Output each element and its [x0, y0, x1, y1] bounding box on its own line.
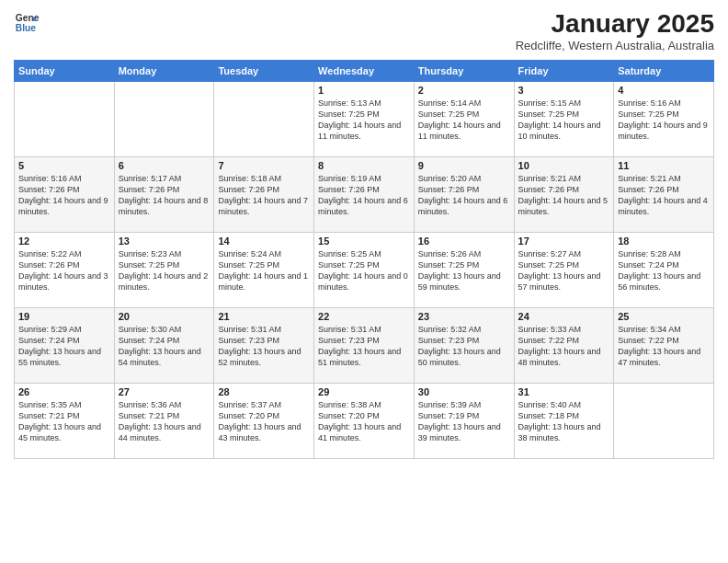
day-info: Sunrise: 5:31 AM Sunset: 7:23 PM Dayligh…	[218, 324, 310, 369]
day-info: Sunrise: 5:23 AM Sunset: 7:25 PM Dayligh…	[119, 248, 210, 293]
calendar-cell: 11Sunrise: 5:21 AM Sunset: 7:26 PM Dayli…	[614, 157, 714, 233]
day-number: 16	[418, 236, 510, 247]
day-info: Sunrise: 5:40 AM Sunset: 7:18 PM Dayligh…	[518, 399, 610, 444]
day-number: 28	[218, 386, 310, 397]
day-info: Sunrise: 5:13 AM Sunset: 7:25 PM Dayligh…	[318, 98, 410, 143]
svg-text:Blue: Blue	[16, 23, 37, 33]
day-number: 12	[18, 236, 110, 247]
weekday-header-row: SundayMondayTuesdayWednesdayThursdayFrid…	[15, 61, 714, 82]
calendar-cell: 6Sunrise: 5:17 AM Sunset: 7:26 PM Daylig…	[114, 157, 214, 233]
day-info: Sunrise: 5:16 AM Sunset: 7:25 PM Dayligh…	[618, 98, 710, 143]
calendar-cell: 18Sunrise: 5:28 AM Sunset: 7:24 PM Dayli…	[614, 233, 714, 308]
weekday-header-saturday: Saturday	[614, 61, 714, 82]
calendar-cell: 31Sunrise: 5:40 AM Sunset: 7:18 PM Dayli…	[514, 384, 614, 459]
calendar-cell: 30Sunrise: 5:39 AM Sunset: 7:19 PM Dayli…	[414, 384, 514, 459]
calendar-cell: 23Sunrise: 5:32 AM Sunset: 7:23 PM Dayli…	[414, 308, 514, 384]
weekday-header-monday: Monday	[114, 61, 214, 82]
day-info: Sunrise: 5:20 AM Sunset: 7:26 PM Dayligh…	[418, 173, 510, 218]
calendar-cell: 14Sunrise: 5:24 AM Sunset: 7:25 PM Dayli…	[214, 233, 314, 308]
day-number: 20	[119, 311, 210, 322]
location-subtitle: Redcliffe, Western Australia, Australia	[516, 39, 714, 52]
day-info: Sunrise: 5:17 AM Sunset: 7:26 PM Dayligh…	[119, 173, 210, 218]
day-number: 11	[618, 160, 710, 171]
day-info: Sunrise: 5:33 AM Sunset: 7:22 PM Dayligh…	[518, 324, 610, 369]
day-info: Sunrise: 5:14 AM Sunset: 7:25 PM Dayligh…	[418, 98, 510, 143]
calendar-cell: 7Sunrise: 5:18 AM Sunset: 7:26 PM Daylig…	[214, 157, 314, 233]
calendar-cell: 10Sunrise: 5:21 AM Sunset: 7:26 PM Dayli…	[514, 157, 614, 233]
page: General Blue January 2025 Redcliffe, Wes…	[0, 0, 728, 563]
calendar-cell	[614, 384, 714, 459]
calendar-cell: 1Sunrise: 5:13 AM Sunset: 7:25 PM Daylig…	[314, 82, 415, 157]
calendar-cell: 16Sunrise: 5:26 AM Sunset: 7:25 PM Dayli…	[414, 233, 514, 308]
day-number: 18	[618, 236, 710, 247]
calendar-cell: 26Sunrise: 5:35 AM Sunset: 7:21 PM Dayli…	[15, 384, 115, 459]
day-number: 25	[618, 311, 710, 322]
calendar-cell: 22Sunrise: 5:31 AM Sunset: 7:23 PM Dayli…	[314, 308, 415, 384]
calendar-week-3: 12Sunrise: 5:22 AM Sunset: 7:26 PM Dayli…	[15, 233, 714, 308]
day-info: Sunrise: 5:39 AM Sunset: 7:19 PM Dayligh…	[418, 399, 510, 444]
day-number: 30	[418, 386, 510, 397]
day-info: Sunrise: 5:38 AM Sunset: 7:20 PM Dayligh…	[318, 399, 410, 444]
day-number: 17	[518, 236, 610, 247]
day-number: 29	[318, 386, 410, 397]
weekday-header-friday: Friday	[514, 61, 614, 82]
calendar-cell: 17Sunrise: 5:27 AM Sunset: 7:25 PM Dayli…	[514, 233, 614, 308]
weekday-header-thursday: Thursday	[414, 61, 514, 82]
day-number: 7	[218, 160, 310, 171]
calendar-week-2: 5Sunrise: 5:16 AM Sunset: 7:26 PM Daylig…	[15, 157, 714, 233]
day-info: Sunrise: 5:18 AM Sunset: 7:26 PM Dayligh…	[218, 173, 310, 218]
day-number: 21	[218, 311, 310, 322]
day-info: Sunrise: 5:31 AM Sunset: 7:23 PM Dayligh…	[318, 324, 410, 369]
calendar-cell	[15, 82, 115, 157]
day-info: Sunrise: 5:30 AM Sunset: 7:24 PM Dayligh…	[119, 324, 210, 369]
calendar-cell: 12Sunrise: 5:22 AM Sunset: 7:26 PM Dayli…	[15, 233, 115, 308]
calendar-cell: 2Sunrise: 5:14 AM Sunset: 7:25 PM Daylig…	[414, 82, 514, 157]
title-block: January 2025 Redcliffe, Western Australi…	[516, 9, 714, 52]
day-number: 4	[618, 85, 710, 96]
day-number: 2	[418, 85, 510, 96]
logo: General Blue	[14, 9, 40, 35]
day-number: 22	[318, 311, 410, 322]
day-number: 9	[418, 160, 510, 171]
calendar-cell: 24Sunrise: 5:33 AM Sunset: 7:22 PM Dayli…	[514, 308, 614, 384]
calendar-week-4: 19Sunrise: 5:29 AM Sunset: 7:24 PM Dayli…	[15, 308, 714, 384]
weekday-header-sunday: Sunday	[15, 61, 115, 82]
calendar-cell: 9Sunrise: 5:20 AM Sunset: 7:26 PM Daylig…	[414, 157, 514, 233]
day-info: Sunrise: 5:37 AM Sunset: 7:20 PM Dayligh…	[218, 399, 310, 444]
day-number: 27	[119, 386, 210, 397]
calendar-cell: 19Sunrise: 5:29 AM Sunset: 7:24 PM Dayli…	[15, 308, 115, 384]
calendar-cell: 8Sunrise: 5:19 AM Sunset: 7:26 PM Daylig…	[314, 157, 415, 233]
day-number: 19	[18, 311, 110, 322]
calendar-week-5: 26Sunrise: 5:35 AM Sunset: 7:21 PM Dayli…	[15, 384, 714, 459]
day-number: 13	[119, 236, 210, 247]
calendar-cell: 5Sunrise: 5:16 AM Sunset: 7:26 PM Daylig…	[15, 157, 115, 233]
day-number: 1	[318, 85, 410, 96]
calendar-table: SundayMondayTuesdayWednesdayThursdayFrid…	[14, 60, 714, 459]
calendar-cell: 4Sunrise: 5:16 AM Sunset: 7:25 PM Daylig…	[614, 82, 714, 157]
calendar-cell: 3Sunrise: 5:15 AM Sunset: 7:25 PM Daylig…	[514, 82, 614, 157]
day-number: 23	[418, 311, 510, 322]
day-number: 14	[218, 236, 310, 247]
day-number: 24	[518, 311, 610, 322]
day-info: Sunrise: 5:16 AM Sunset: 7:26 PM Dayligh…	[18, 173, 110, 218]
day-info: Sunrise: 5:29 AM Sunset: 7:24 PM Dayligh…	[18, 324, 110, 369]
day-info: Sunrise: 5:32 AM Sunset: 7:23 PM Dayligh…	[418, 324, 510, 369]
day-info: Sunrise: 5:28 AM Sunset: 7:24 PM Dayligh…	[618, 248, 710, 293]
header: General Blue January 2025 Redcliffe, Wes…	[14, 9, 714, 52]
day-number: 6	[119, 160, 210, 171]
day-info: Sunrise: 5:27 AM Sunset: 7:25 PM Dayligh…	[518, 248, 610, 293]
day-number: 31	[518, 386, 610, 397]
calendar-cell: 28Sunrise: 5:37 AM Sunset: 7:20 PM Dayli…	[214, 384, 314, 459]
calendar-week-1: 1Sunrise: 5:13 AM Sunset: 7:25 PM Daylig…	[15, 82, 714, 157]
day-number: 5	[18, 160, 110, 171]
day-info: Sunrise: 5:19 AM Sunset: 7:26 PM Dayligh…	[318, 173, 410, 218]
weekday-header-tuesday: Tuesday	[214, 61, 314, 82]
day-info: Sunrise: 5:21 AM Sunset: 7:26 PM Dayligh…	[518, 173, 610, 218]
day-info: Sunrise: 5:25 AM Sunset: 7:25 PM Dayligh…	[318, 248, 410, 293]
weekday-header-wednesday: Wednesday	[314, 61, 415, 82]
day-info: Sunrise: 5:34 AM Sunset: 7:22 PM Dayligh…	[618, 324, 710, 369]
calendar-cell: 21Sunrise: 5:31 AM Sunset: 7:23 PM Dayli…	[214, 308, 314, 384]
calendar-cell	[114, 82, 214, 157]
day-info: Sunrise: 5:22 AM Sunset: 7:26 PM Dayligh…	[18, 248, 110, 293]
day-info: Sunrise: 5:24 AM Sunset: 7:25 PM Dayligh…	[218, 248, 310, 293]
